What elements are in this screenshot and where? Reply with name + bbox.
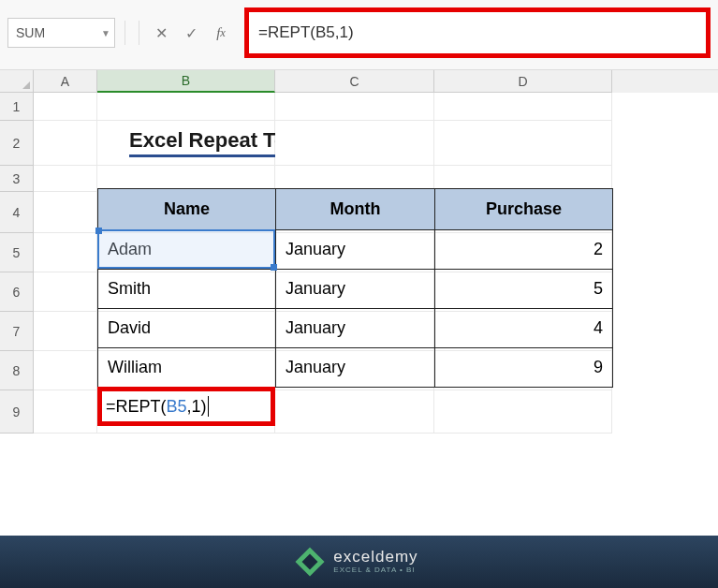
col-header-a[interactable]: A <box>34 70 97 93</box>
cell[interactable] <box>434 390 612 434</box>
cell-name[interactable]: Adam <box>98 230 276 270</box>
cell-month[interactable]: January <box>276 270 435 309</box>
col-header-c[interactable]: C <box>275 70 434 93</box>
cell[interactable] <box>34 121 97 166</box>
row-header[interactable]: 9 <box>0 390 34 434</box>
cell[interactable] <box>34 312 97 351</box>
footer-text: exceldemy EXCEL & DATA • BI <box>333 549 418 574</box>
text-cursor <box>208 396 209 417</box>
cell[interactable] <box>34 192 97 233</box>
edit-suffix: ,1) <box>187 397 207 417</box>
divider <box>139 21 139 45</box>
cell[interactable] <box>434 121 612 166</box>
formula-text: =REPT(B5,1) <box>258 23 354 42</box>
name-box-value: SUM <box>16 25 45 40</box>
row-header[interactable]: 1 <box>0 93 34 121</box>
cell-month[interactable]: January <box>276 348 435 388</box>
cell[interactable] <box>34 272 97 312</box>
cell[interactable] <box>34 351 97 390</box>
column-headers: A B C D <box>0 70 718 93</box>
enter-icon[interactable]: ✓ <box>179 21 203 45</box>
cell[interactable] <box>34 390 97 434</box>
cell-purchase[interactable]: 4 <box>435 309 613 348</box>
name-box[interactable]: SUM ▼ <box>7 18 115 48</box>
formula-bar[interactable]: =REPT(B5,1) <box>244 7 711 58</box>
row-header[interactable]: 3 <box>0 166 34 192</box>
cell-purchase[interactable]: 2 <box>435 230 613 270</box>
toolbar: SUM ▼ ✕ ✓ fx =REPT(B5,1) <box>0 0 718 70</box>
cell-name[interactable]: William <box>98 348 276 388</box>
row-header[interactable]: 7 <box>0 312 34 351</box>
table-row: Adam January 2 <box>98 230 613 270</box>
data-table: Name Month Purchase Adam January 2 Smith… <box>97 188 613 388</box>
row-header[interactable]: 5 <box>0 233 34 272</box>
col-header-b[interactable]: B <box>97 70 275 93</box>
spreadsheet-grid: A B C D 1 2Excel Repeat Text Automatical… <box>0 70 718 434</box>
col-header-d[interactable]: D <box>434 70 612 93</box>
footer-brand: exceldemy <box>333 549 418 566</box>
fx-icon[interactable]: fx <box>209 21 233 45</box>
chevron-down-icon[interactable]: ▼ <box>101 28 110 38</box>
cell[interactable] <box>434 93 612 121</box>
cell[interactable] <box>34 233 97 272</box>
edit-prefix: =REPT( <box>106 397 167 417</box>
divider <box>125 21 125 45</box>
header-month[interactable]: Month <box>276 189 435 230</box>
table-row: David January 4 <box>98 309 613 348</box>
header-name[interactable]: Name <box>98 189 276 230</box>
cell-name[interactable]: Smith <box>98 270 276 309</box>
formula-bar-wrap: =REPT(B5,1) <box>244 7 711 58</box>
row-header[interactable]: 8 <box>0 351 34 390</box>
cell-purchase[interactable]: 9 <box>435 348 613 388</box>
cell-purchase[interactable]: 5 <box>435 270 613 309</box>
active-edit-cell-b9[interactable]: =REPT(B5,1) <box>97 387 275 426</box>
row-header[interactable]: 4 <box>0 192 34 233</box>
cell-month[interactable]: January <box>276 309 435 348</box>
brand-logo-icon <box>296 547 325 576</box>
cell[interactable] <box>34 93 97 121</box>
cell[interactable] <box>275 93 434 121</box>
cell[interactable] <box>34 166 97 192</box>
row-header[interactable]: 2 <box>0 121 34 166</box>
cell-month[interactable]: January <box>276 230 435 270</box>
table-row: William January 9 <box>98 348 613 388</box>
table-row: Smith January 5 <box>98 270 613 309</box>
cell-name[interactable]: David <box>98 309 276 348</box>
cell[interactable] <box>97 93 275 121</box>
cell[interactable] <box>275 121 434 166</box>
edit-ref: B5 <box>167 397 187 417</box>
footer: exceldemy EXCEL & DATA • BI <box>0 536 718 588</box>
cell[interactable] <box>275 390 434 434</box>
select-all-corner[interactable] <box>0 70 34 93</box>
cell[interactable]: Excel Repeat Text Automatically <box>97 121 275 166</box>
row-header[interactable]: 6 <box>0 272 34 312</box>
cancel-icon[interactable]: ✕ <box>149 21 173 45</box>
header-purchase[interactable]: Purchase <box>435 189 613 230</box>
footer-sub: EXCEL & DATA • BI <box>333 566 418 575</box>
